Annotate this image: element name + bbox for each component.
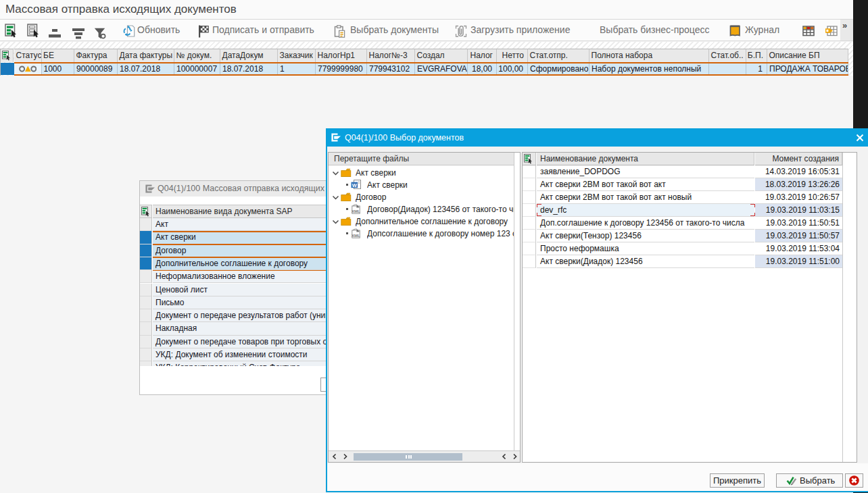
svg-text:XML: XML: [352, 209, 360, 213]
svg-text:W: W: [352, 182, 358, 188]
svg-text:XML: XML: [352, 234, 360, 238]
